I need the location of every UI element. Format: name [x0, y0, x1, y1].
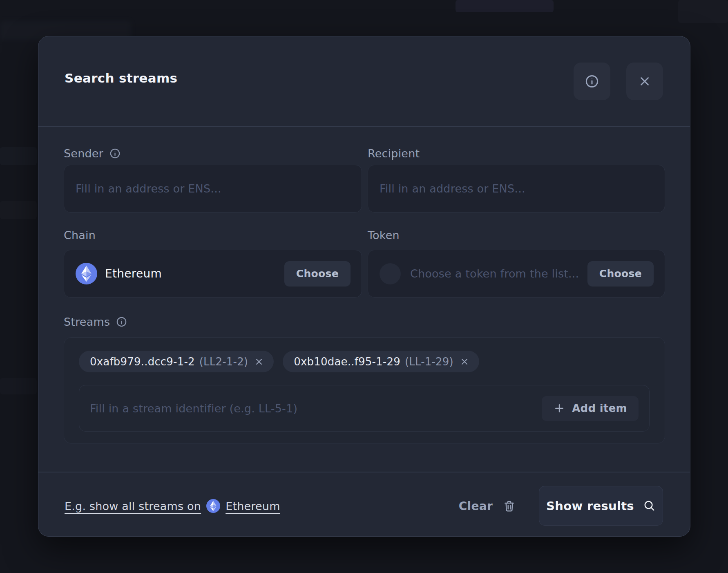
stream-chip-list: 0xafb979..dcc9-1-2 (LL2-1-2) 0xb10dae..f…: [79, 351, 479, 372]
stream-chip-id: 0xafb979..dcc9-1-2: [90, 356, 195, 368]
recipient-input[interactable]: [368, 165, 665, 213]
token-choose-button[interactable]: Choose: [587, 261, 654, 286]
ethereum-icon: [206, 499, 220, 513]
footer-divider: [38, 472, 690, 472]
add-item-button[interactable]: Add item: [542, 396, 639, 421]
sender-label: Sender: [64, 147, 103, 160]
stream-chip-id: 0xb10dae..f95-1-29: [294, 356, 400, 368]
info-icon[interactable]: [109, 148, 121, 159]
close-icon: [638, 74, 652, 88]
chain-value: Ethereum: [105, 267, 284, 280]
header-divider: [38, 126, 690, 127]
token-label-row: Token: [368, 228, 665, 242]
stream-chip-tag: (LL-1-29): [405, 356, 453, 368]
search-streams-dialog: Search streams Sender: [38, 36, 690, 537]
sender-input[interactable]: [64, 165, 362, 213]
recipient-label: Recipient: [368, 147, 420, 160]
streams-label: Streams: [64, 316, 110, 328]
close-icon: [460, 357, 469, 367]
stream-chip-remove-button[interactable]: [460, 357, 469, 367]
chain-selector[interactable]: Ethereum Choose: [64, 250, 362, 298]
stream-identifier-field: Add item: [79, 385, 650, 432]
dialog-close-button[interactable]: [626, 63, 663, 100]
token-selector[interactable]: Choose a token from the list... Choose: [368, 250, 665, 298]
dialog-info-button[interactable]: [574, 63, 610, 100]
stream-chip: 0xafb979..dcc9-1-2 (LL2-1-2): [79, 351, 274, 372]
show-results-button[interactable]: Show results: [539, 486, 663, 526]
example-streams-link[interactable]: E.g. show all streams on: [65, 500, 201, 513]
sender-label-row: Sender: [64, 146, 362, 161]
chain-label-row: Chain: [64, 228, 362, 242]
streams-field-container: 0xafb979..dcc9-1-2 (LL2-1-2) 0xb10dae..f…: [64, 337, 665, 443]
background-fragment: [678, 0, 728, 23]
chain-choose-button[interactable]: Choose: [284, 261, 351, 286]
token-label: Token: [368, 229, 400, 242]
token-placeholder-text: Choose a token from the list...: [410, 267, 587, 280]
background-fragment: [456, 0, 554, 12]
clear-button[interactable]: Clear: [459, 493, 516, 519]
background-fragment: [0, 378, 37, 394]
background-fragment: [0, 147, 37, 165]
ethereum-icon: [76, 263, 97, 284]
stream-chip-tag: (LL2-1-2): [199, 356, 248, 368]
trash-icon: [502, 499, 516, 513]
recipient-label-row: Recipient: [368, 146, 665, 161]
clear-label: Clear: [459, 499, 493, 513]
info-icon[interactable]: [116, 316, 127, 328]
search-icon: [643, 499, 656, 512]
stream-identifier-input[interactable]: [89, 402, 542, 415]
close-icon: [254, 357, 264, 367]
stream-chip: 0xb10dae..f95-1-29 (LL-1-29): [283, 351, 479, 372]
example-link-row: E.g. show all streams on Ethereum: [65, 493, 280, 519]
info-icon: [584, 74, 600, 89]
plus-icon: [553, 402, 565, 414]
show-results-label: Show results: [546, 499, 634, 513]
dialog-title: Search streams: [65, 71, 177, 85]
streams-label-row: Streams: [64, 314, 362, 329]
token-placeholder-circle: [380, 263, 401, 284]
stream-chip-remove-button[interactable]: [254, 357, 264, 367]
add-item-label: Add item: [572, 402, 627, 414]
background-fragment: [0, 201, 37, 219]
example-chain-link[interactable]: Ethereum: [226, 500, 280, 513]
chain-label: Chain: [64, 229, 96, 242]
